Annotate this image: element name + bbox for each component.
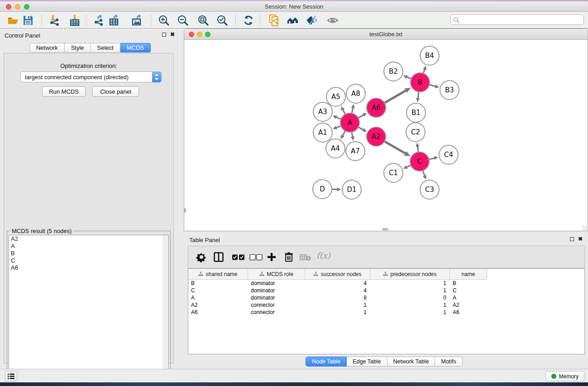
graph-node-label: A8	[351, 90, 360, 98]
export-table-icon[interactable]	[109, 14, 120, 26]
table-cell: C	[450, 287, 487, 294]
import-table-icon[interactable]	[69, 14, 81, 26]
graph-edge[interactable]	[407, 77, 411, 78]
add-column-icon[interactable]	[266, 252, 277, 262]
graph-node-label: D	[320, 185, 325, 193]
graph-edge[interactable]	[337, 126, 341, 128]
export-network-icon[interactable]	[93, 14, 105, 26]
column-header-predecessor-nodes[interactable]: predecessor nodes	[370, 269, 450, 279]
column-header-name[interactable]: name	[450, 269, 487, 279]
table-cell: A6	[188, 309, 248, 316]
graph-edge[interactable]	[407, 166, 411, 167]
mcds-result-title: MCDS result (5 nodes)	[10, 228, 73, 234]
function-builder-icon[interactable]: f(x)	[316, 251, 330, 260]
mcds-result-list[interactable]: A2ABCA6	[9, 235, 169, 382]
run-mcds-button[interactable]: Run MCDS	[42, 86, 86, 97]
v-scrollbar-thumb[interactable]	[184, 208, 186, 213]
delete-table-icon[interactable]	[300, 253, 311, 262]
column-header-shared-name[interactable]: shared name	[188, 269, 248, 279]
optimization-criterion-select[interactable]: largest connected component (directed)	[20, 71, 162, 82]
graph-edge[interactable]	[336, 117, 340, 119]
close-panel-button[interactable]: Close panel	[92, 86, 139, 97]
select-all-columns-icon[interactable]	[232, 254, 245, 261]
graph-edge-arrowhead	[434, 156, 438, 160]
zoom-fit-icon[interactable]	[197, 14, 209, 26]
network-from-clipboard-icon[interactable]	[268, 14, 280, 26]
column-header-MCDS-role[interactable]: MCDS role	[248, 269, 305, 279]
mcds-result-item[interactable]: C	[9, 257, 168, 264]
scrollbar-track[interactable]	[163, 235, 168, 381]
show-column-icon[interactable]	[213, 252, 224, 262]
search-input[interactable]	[462, 15, 582, 24]
table-row[interactable]: Bdominator41B	[188, 280, 487, 287]
float-panel-icon[interactable]	[570, 237, 574, 241]
table-row[interactable]: Adominator80A	[188, 294, 487, 301]
network-canvas[interactable]: B4B2BB3A5A8A6A3B1AA1C2A2A4A7C4CC1C3DD1	[184, 40, 588, 231]
zoom-in-icon[interactable]	[158, 14, 170, 26]
close-panel-icon[interactable]: ✖	[170, 32, 175, 37]
zoom-out-icon[interactable]	[177, 14, 189, 26]
open-file-icon[interactable]	[7, 14, 19, 26]
show-task-history-button[interactable]	[5, 371, 17, 381]
column-header-successor-nodes[interactable]: successor nodes	[305, 269, 370, 279]
tab-network-table[interactable]: Network Table	[387, 357, 435, 367]
graph-edge[interactable]	[385, 91, 406, 103]
unselect-all-columns-icon[interactable]	[249, 254, 263, 261]
mcds-result-item[interactable]: A6	[9, 264, 168, 272]
close-panel-icon[interactable]: ✖	[578, 237, 583, 241]
graph-edge[interactable]	[343, 131, 345, 135]
graph-edge[interactable]	[343, 110, 345, 114]
float-panel-icon[interactable]	[162, 33, 166, 37]
export-image-icon[interactable]	[131, 14, 143, 26]
tab-edge-table[interactable]: Edge Table	[347, 357, 387, 367]
show-panel-icon[interactable]	[327, 14, 339, 26]
attribute-tree-icon	[198, 272, 203, 276]
table-cell: 4	[305, 280, 370, 287]
tab-motifs[interactable]: Motifs	[435, 357, 462, 367]
graph-edge[interactable]	[429, 158, 434, 159]
mcds-result-item[interactable]: A	[9, 243, 168, 250]
h-scrollbar-thumb[interactable]	[382, 228, 388, 230]
graph-edge[interactable]	[417, 147, 418, 152]
graph-edge[interactable]	[430, 85, 435, 86]
import-network-icon[interactable]	[49, 14, 61, 26]
column-header-label: shared name	[206, 271, 237, 277]
graph-edge[interactable]	[352, 133, 353, 137]
home-icon[interactable]	[287, 14, 299, 26]
save-session-icon[interactable]	[22, 14, 34, 26]
graph-node-label: C3	[425, 186, 434, 194]
resize-grip[interactable]	[582, 225, 587, 230]
graph-edge[interactable]	[359, 115, 363, 118]
table-cell: 1	[305, 309, 370, 316]
graph-edge-arrowhead	[351, 136, 354, 141]
graph-edge[interactable]	[418, 92, 419, 98]
mcds-result-item[interactable]: A2	[9, 235, 168, 243]
memory-button[interactable]: Memory	[545, 371, 584, 381]
tab-select[interactable]: Select	[91, 43, 120, 52]
mcds-result-item[interactable]: B	[9, 250, 168, 257]
network-window-titlebar[interactable]: testGlobe.txt	[184, 29, 588, 40]
search-icon	[453, 17, 460, 24]
tab-network[interactable]: Network	[29, 43, 65, 52]
graph-node-label: A7	[351, 147, 360, 155]
table-row[interactable]: Cdominator41C	[188, 287, 487, 294]
graph-edge[interactable]	[385, 142, 405, 153]
table-row[interactable]: A2connector11A2	[188, 301, 487, 309]
table-cell: 0	[370, 294, 450, 301]
graph-edge[interactable]	[359, 127, 363, 129]
zoom-selected-icon[interactable]	[216, 14, 228, 26]
tab-node-table[interactable]: Node Table	[306, 357, 347, 367]
graph-edge[interactable]	[423, 171, 425, 176]
delete-column-icon[interactable]	[283, 252, 294, 262]
table-cell: dominator	[248, 280, 305, 287]
table-row[interactable]: A6connector11A6	[188, 309, 487, 316]
tab-style[interactable]: Style	[65, 43, 91, 52]
settings-gear-icon[interactable]	[196, 252, 207, 262]
graph-edge[interactable]	[423, 70, 425, 73]
tab-mcds[interactable]: MCDS	[120, 43, 151, 52]
attribute-tree-icon	[383, 272, 388, 276]
table-cell: 1	[370, 301, 450, 309]
graph-edge[interactable]	[352, 108, 353, 113]
refresh-layout-icon[interactable]	[243, 14, 254, 26]
hide-panel-icon[interactable]	[306, 14, 318, 26]
